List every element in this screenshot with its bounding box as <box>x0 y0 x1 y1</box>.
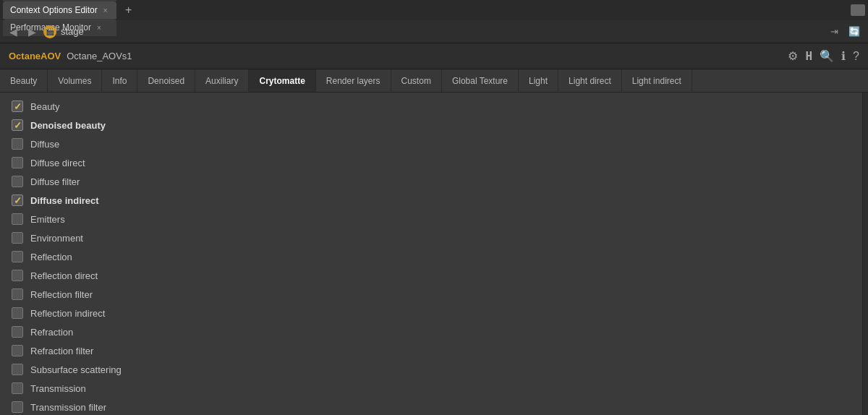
check-item-environment[interactable]: Environment <box>0 228 862 247</box>
check-label-reflection-filter: Reflection filter <box>30 289 93 300</box>
checkbox-refraction[interactable] <box>12 326 23 338</box>
checkbox-refraction-filter[interactable] <box>12 345 23 356</box>
checkbox-reflection-direct[interactable] <box>12 270 23 281</box>
check-label-reflection-direct: Reflection direct <box>30 270 98 281</box>
main-tab-beauty[interactable]: Beauty <box>0 69 48 92</box>
check-label-reflection: Reflection <box>30 252 72 262</box>
checkbox-beauty[interactable] <box>12 100 23 112</box>
check-item-diffuse-filter[interactable]: Diffuse filter <box>0 172 862 191</box>
check-item-diffuse-direct[interactable]: Diffuse direct <box>0 153 862 172</box>
check-label-reflection-indirect: Reflection indirect <box>30 308 105 319</box>
add-tab-button[interactable]: + <box>121 2 137 18</box>
check-label-diffuse: Diffuse <box>30 139 59 150</box>
address-bar: ◀ ▶ 🎬 ⇥ 🔄 <box>0 20 868 43</box>
checkbox-transmission-filter[interactable] <box>12 401 23 413</box>
check-label-transmission: Transmission <box>30 383 86 394</box>
check-item-reflection-direct[interactable]: Reflection direct <box>0 266 862 285</box>
main-tab-light[interactable]: Light <box>519 69 558 92</box>
check-item-subsurface-scattering[interactable]: Subsurface scattering <box>0 360 862 379</box>
check-label-diffuse-direct: Diffuse direct <box>30 158 85 168</box>
main-tab-light-direct[interactable]: Light direct <box>558 69 622 92</box>
back-button[interactable]: ◀ <box>6 25 20 39</box>
browser-tab-bar: Octane_AOVs1×Context Options Editor×Perf… <box>0 0 868 20</box>
window-control-btn[interactable] <box>851 4 865 16</box>
checkbox-denoised-beauty[interactable] <box>12 119 23 131</box>
check-item-beauty[interactable]: Beauty <box>0 97 862 116</box>
check-item-transmission[interactable]: Transmission <box>0 379 862 398</box>
checklist: BeautyDenoised beautyDiffuseDiffuse dire… <box>0 93 862 415</box>
scrollbar-track[interactable] <box>862 93 868 415</box>
checkbox-reflection-filter[interactable] <box>12 288 23 300</box>
panel-header: OctaneAOV Octane_AOVs1 ⚙ H 🔍 ℹ ? <box>0 43 868 69</box>
forward-button[interactable]: ▶ <box>25 25 39 39</box>
browser-tab-tab-context[interactable]: Context Options Editor× <box>3 1 116 19</box>
h-icon[interactable]: H <box>805 49 812 63</box>
address-bar-action-2[interactable]: 🔄 <box>846 24 862 40</box>
main-tab-global-texture[interactable]: Global Texture <box>442 69 519 92</box>
panel-title: Octane_AOVs1 <box>67 51 132 61</box>
check-label-diffuse-filter: Diffuse filter <box>30 176 80 187</box>
check-label-environment: Environment <box>30 233 83 244</box>
main-tab-crytomatte[interactable]: Crytomatte <box>249 69 315 92</box>
check-item-reflection-filter[interactable]: Reflection filter <box>0 285 862 304</box>
main-tab-render-layers[interactable]: Render layers <box>316 69 391 92</box>
checkbox-diffuse-filter[interactable] <box>12 176 23 187</box>
search-icon[interactable]: 🔍 <box>820 49 834 63</box>
main-tab-light-indirect[interactable]: Light indirect <box>622 69 692 92</box>
main-tab-auxiliary[interactable]: Auxiliary <box>195 69 249 92</box>
checkbox-reflection-indirect[interactable] <box>12 307 23 319</box>
checkbox-reflection[interactable] <box>12 251 23 262</box>
check-item-diffuse[interactable]: Diffuse <box>0 134 862 153</box>
checkbox-environment[interactable] <box>12 232 23 244</box>
browser-tab-close[interactable]: × <box>102 6 109 15</box>
help-icon[interactable]: ? <box>853 50 859 63</box>
main-tab-info[interactable]: Info <box>102 69 137 92</box>
check-item-reflection[interactable]: Reflection <box>0 247 862 266</box>
info-icon[interactable]: ℹ <box>841 49 846 63</box>
content-area: BeautyDenoised beautyDiffuseDiffuse dire… <box>0 93 868 415</box>
browser-tab-label: Context Options Editor <box>10 5 98 15</box>
check-item-transmission-filter[interactable]: Transmission filter <box>0 398 862 415</box>
check-label-diffuse-indirect: Diffuse indirect <box>30 195 99 206</box>
check-label-denoised-beauty: Denoised beauty <box>30 120 106 131</box>
checkbox-diffuse-direct[interactable] <box>12 157 23 168</box>
address-bar-action-1[interactable]: ⇥ <box>826 24 842 40</box>
settings-icon[interactable]: ⚙ <box>788 49 798 63</box>
address-input[interactable] <box>61 26 822 37</box>
checkbox-subsurface-scattering[interactable] <box>12 364 23 375</box>
main-tab-volumes[interactable]: Volumes <box>48 69 102 92</box>
check-label-beauty: Beauty <box>30 101 59 112</box>
checkbox-diffuse-indirect[interactable] <box>12 194 23 206</box>
check-label-emitters: Emitters <box>30 214 65 225</box>
check-item-reflection-indirect[interactable]: Reflection indirect <box>0 304 862 322</box>
checkbox-diffuse[interactable] <box>12 138 23 150</box>
check-label-refraction: Refraction <box>30 327 73 338</box>
main-tabs: BeautyVolumesInfoDenoisedAuxiliaryCrytom… <box>0 69 868 93</box>
check-item-denoised-beauty[interactable]: Denoised beauty <box>0 116 862 134</box>
check-item-diffuse-indirect[interactable]: Diffuse indirect <box>0 191 862 210</box>
window-controls <box>851 4 865 16</box>
check-label-transmission-filter: Transmission filter <box>30 402 106 413</box>
check-item-refraction[interactable]: Refraction <box>0 322 862 341</box>
stage-icon: 🎬 <box>43 25 56 38</box>
panel-logo: OctaneAOV <box>9 51 61 61</box>
main-tab-custom[interactable]: Custom <box>391 69 442 92</box>
main-tab-denoised[interactable]: Denoised <box>137 69 195 92</box>
check-item-refraction-filter[interactable]: Refraction filter <box>0 341 862 360</box>
panel-header-icons: ⚙ H 🔍 ℹ ? <box>788 49 859 63</box>
checkbox-transmission[interactable] <box>12 382 23 394</box>
check-label-refraction-filter: Refraction filter <box>30 346 93 356</box>
check-label-subsurface-scattering: Subsurface scattering <box>30 364 122 375</box>
check-item-emitters[interactable]: Emitters <box>0 210 862 228</box>
checkbox-emitters[interactable] <box>12 213 23 225</box>
